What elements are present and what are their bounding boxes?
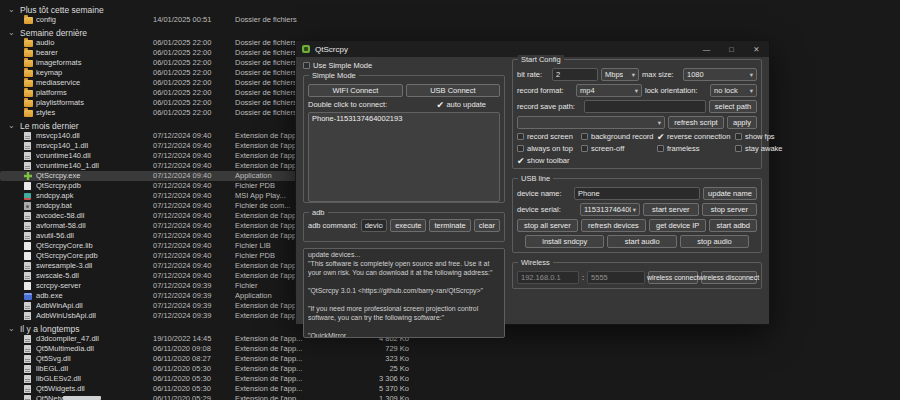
stop-all-server-button[interactable]: stop all server	[517, 219, 578, 232]
file-type: Extension de l'app...	[235, 394, 353, 400]
file-name: vcruntime140.dll	[36, 151, 153, 161]
max-size-select[interactable]: 1080	[683, 68, 757, 81]
file-name: bearer	[36, 48, 153, 58]
apply-button[interactable]: apply	[727, 116, 757, 129]
file-date: 07/12/2024 09:40	[153, 151, 235, 161]
usb-line-group: USB line device name: update name device…	[512, 178, 762, 253]
reverse-connection-checkbox[interactable]: reverse connection	[657, 132, 733, 141]
file-name: scrcpy-server	[36, 281, 153, 291]
execute-button[interactable]: execute	[390, 219, 426, 232]
get-device-ip-button[interactable]: get device IP	[649, 219, 707, 232]
file-name: keymap	[36, 68, 153, 78]
always-on-top-checkbox[interactable]: always on top	[517, 144, 579, 153]
refresh-script-button[interactable]: refresh script	[668, 116, 724, 129]
record-format-label: record format:	[517, 86, 573, 95]
bit-rate-input[interactable]	[552, 68, 598, 81]
device-list[interactable]: Phone-1153137464002193	[308, 112, 500, 202]
screen-off-checkbox[interactable]: screen-off	[581, 144, 655, 153]
device-serial-select[interactable]: 1153137464002193	[580, 203, 640, 216]
auto-update-checkbox[interactable]: auto update	[436, 100, 486, 109]
wireless-disconnect-button[interactable]: wireless disconnect	[701, 271, 757, 284]
record-format-value: mp4	[580, 86, 595, 95]
file-row[interactable]: libGLESv2.dll06/11/2020 05:30Extension d…	[0, 374, 900, 384]
file-row[interactable]: libEGL.dll06/11/2020 05:30Extension de l…	[0, 364, 900, 374]
folder-icon	[24, 90, 36, 97]
start-config-group-label: Start Config	[518, 55, 564, 64]
file-name: styles	[36, 108, 153, 118]
stop-audio-button[interactable]: stop audio	[680, 235, 749, 248]
file-name: platforms	[36, 88, 153, 98]
start-config-checkbox-grid: record screenbackground recordreverse co…	[517, 132, 757, 165]
file-name: avcodec-58.dll	[36, 211, 153, 221]
usb-connect-button[interactable]: USB Connect	[406, 84, 500, 97]
file-row[interactable]: Qt5Multimedia.dll06/11/2020 09:08Extensi…	[0, 344, 900, 354]
clear-button[interactable]: clear	[474, 219, 500, 232]
folder-icon	[24, 110, 36, 117]
show-toolbar-checkbox[interactable]: show toolbar	[517, 156, 579, 165]
device-name-input[interactable]	[574, 187, 700, 200]
record-save-path-input[interactable]	[584, 100, 706, 113]
file-row[interactable]: Qt5Svg.dll06/11/2020 08:27Extension de l…	[0, 354, 900, 364]
select-path-button[interactable]: select path	[709, 100, 757, 113]
stay-awake-checkbox[interactable]: stay awake	[735, 144, 783, 153]
chevron-down-icon	[750, 71, 753, 79]
file-name: libGLESv2.dll	[36, 374, 153, 384]
wireless-connect-button[interactable]: wireless connect	[648, 271, 698, 284]
section-header[interactable]: ⌄Semaine dernière	[0, 27, 900, 38]
file-type: Extension de l'app...	[235, 364, 353, 374]
refresh-devices-button[interactable]: refresh devices	[581, 219, 646, 232]
file-date: 06/01/2025 22:00	[153, 108, 235, 118]
file-name: Qt5Svg.dll	[36, 354, 153, 364]
file-name: imageformats	[36, 58, 153, 68]
frameless-checkbox[interactable]: frameless	[657, 144, 733, 153]
file-name: audio	[36, 38, 153, 48]
file-date: 06/01/2025 22:00	[153, 58, 235, 68]
file-type: Extension de l'app...	[235, 354, 353, 364]
stop-server-button[interactable]: stop server	[702, 203, 757, 216]
file-size: 729 Ko	[353, 344, 409, 354]
section-label: Le mois dernier	[20, 121, 79, 131]
checkbox-label: background record	[591, 132, 654, 141]
update-name-button[interactable]: update name	[703, 187, 757, 200]
file-date: 07/12/2024 09:40	[153, 211, 235, 221]
wireless-ip-input[interactable]	[517, 271, 579, 284]
file-date: 07/12/2024 09:40	[153, 271, 235, 281]
section-label: Semaine dernière	[20, 28, 87, 38]
file-row[interactable]: config14/01/2025 00:51Dossier de fichier…	[0, 15, 900, 25]
show-fps-checkbox[interactable]: show fps	[735, 132, 783, 141]
record-format-select[interactable]: mp4	[576, 84, 642, 97]
start-audio-button[interactable]: start audio	[607, 235, 676, 248]
install-sndcpy-button[interactable]: install sndcpy	[525, 235, 604, 248]
file-name: mediaservice	[36, 78, 153, 88]
bit-rate-unit-select[interactable]: Mbps	[601, 68, 639, 81]
check-icon	[517, 157, 524, 164]
file-name: playlistformats	[36, 98, 153, 108]
use-simple-mode-checkbox[interactable]: Use Simple Mode	[303, 61, 372, 70]
minimize-button[interactable]: —	[694, 41, 719, 57]
wireless-port-input[interactable]	[587, 271, 645, 284]
wifi-connect-button[interactable]: WIFI Connect	[308, 84, 403, 97]
section-header[interactable]: ⌄Plus tôt cette semaine	[0, 4, 900, 15]
double-click-label: Double click to connect:	[308, 100, 387, 109]
lock-orientation-select[interactable]: no lock	[710, 84, 757, 97]
start-adbd-button[interactable]: start adbd	[709, 219, 757, 232]
file-row[interactable]: Qt5Widgets.dll06/11/2020 05:30Extension …	[0, 384, 900, 394]
adb-command-input[interactable]	[361, 219, 388, 232]
maximize-button[interactable]: □	[719, 41, 744, 57]
file-date: 07/12/2024 09:40	[153, 201, 235, 211]
record-screen-checkbox[interactable]: record screen	[517, 132, 579, 141]
folder-icon	[24, 70, 36, 77]
file-date: 07/12/2024 09:40	[153, 241, 235, 251]
device-list-item[interactable]: Phone-1153137464002193	[312, 114, 496, 123]
log-output[interactable]: update devices... "This software is comp…	[303, 248, 505, 338]
script-select[interactable]	[517, 116, 665, 129]
checkbox-label: show fps	[745, 132, 775, 141]
file-name: msvcp140.dll	[36, 131, 153, 141]
background-record-checkbox[interactable]: background record	[581, 132, 655, 141]
terminate-button[interactable]: terminate	[429, 219, 470, 232]
close-button[interactable]: ✕	[744, 41, 769, 57]
start-server-button[interactable]: start server	[643, 203, 699, 216]
dll-icon	[24, 212, 36, 220]
file-row[interactable]: Qt5Network.dll06/11/2020 05:29Extension …	[0, 394, 900, 400]
checkbox-label: stay awake	[745, 144, 783, 153]
